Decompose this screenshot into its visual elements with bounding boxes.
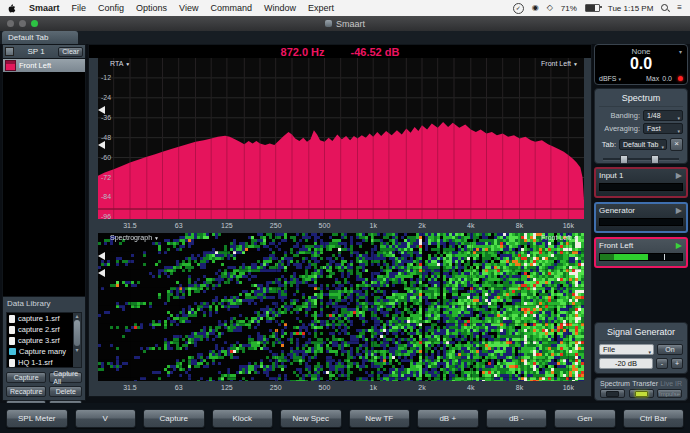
menu-item-expert[interactable]: Expert xyxy=(308,3,334,13)
spectrum-controls-box: Spectrum Banding: 1/48 ▾ Averaging: Fast… xyxy=(594,88,688,164)
tab-default-tab[interactable]: Default Tab xyxy=(2,31,78,44)
io-block-stack: Input 1 ▶ Generator ▶ Front Left ▶ xyxy=(594,167,688,260)
plot-source-selector[interactable]: Front Left ▼ xyxy=(541,60,578,67)
impulse-button[interactable]: Impulse xyxy=(657,389,682,398)
chevron-down-icon: ▾ xyxy=(661,142,664,150)
ctrl-bar-button[interactable]: Ctrl Bar xyxy=(623,409,685,428)
signal-on-icon xyxy=(635,391,648,397)
clear-button[interactable]: Clear xyxy=(58,47,83,57)
library-item-label: Capture many xyxy=(19,347,66,356)
slider-track[interactable] xyxy=(603,158,679,161)
y-axis-tick: -48 xyxy=(101,134,111,141)
capture-button[interactable]: Capture xyxy=(6,372,46,383)
level-minus-button[interactable]: - xyxy=(656,358,668,369)
threshold-marker[interactable] xyxy=(98,141,105,149)
io-label: Input 1 xyxy=(599,170,683,182)
file-icon xyxy=(9,326,15,334)
zoom-window-button[interactable] xyxy=(31,20,38,27)
menu-item-command[interactable]: Command xyxy=(210,3,252,13)
capture-button[interactable]: Capture xyxy=(143,409,205,428)
plot-mode-label: RTA xyxy=(110,60,123,67)
klock-button[interactable]: Klock xyxy=(212,409,274,428)
new-tf-button[interactable]: New TF xyxy=(349,409,411,428)
menu-item-smaart[interactable]: Smaart xyxy=(29,3,60,13)
gen-button[interactable]: Gen xyxy=(554,409,616,428)
signal-off-button[interactable] xyxy=(600,389,625,398)
threshold-marker[interactable] xyxy=(98,252,105,260)
data-library-title: Data Library xyxy=(3,297,85,311)
close-window-button[interactable] xyxy=(7,20,14,27)
file-icon xyxy=(9,315,15,323)
plot-source-selector[interactable]: Front Left ▼ xyxy=(541,234,578,241)
generator-on-button[interactable]: On xyxy=(657,344,683,355)
v-button[interactable]: V xyxy=(75,409,137,428)
x-axis-tick: 31.5 xyxy=(123,384,137,391)
capture-all-button[interactable]: Capture All xyxy=(49,372,82,383)
io-block-input1[interactable]: Input 1 ▶ xyxy=(594,167,688,198)
slider-handle-high[interactable] xyxy=(651,155,659,164)
plot-source-label: Front Left xyxy=(541,234,571,241)
spectrum-plot[interactable]: RTA ▼ Front Left ▼ -12-24-36-48-60-72-84… xyxy=(98,58,584,219)
averaging-select[interactable]: Fast ▾ xyxy=(643,123,683,134)
io-block-front-left[interactable]: Front Left ▶ xyxy=(594,237,688,268)
play-icon[interactable]: ▶ xyxy=(676,241,682,250)
plot-mode-selector[interactable]: Spectrograph ▼ xyxy=(110,234,159,241)
close-tab-button[interactable]: × xyxy=(670,138,683,151)
menu-item-view[interactable]: View xyxy=(179,3,198,13)
menu-item-file[interactable]: File xyxy=(72,3,87,13)
mode-spectrum[interactable]: Spectrum xyxy=(600,380,630,387)
status-check-icon[interactable]: ✓ xyxy=(513,3,524,14)
minimize-window-button[interactable] xyxy=(19,20,26,27)
tab-select[interactable]: Default Tab ▾ xyxy=(619,139,667,150)
spotlight-search-icon[interactable] xyxy=(661,4,669,12)
apple-menu-icon[interactable] xyxy=(8,3,17,14)
banding-value: 1/48 xyxy=(647,112,661,119)
meter-max-value: 0.0 xyxy=(662,75,672,82)
slider-handle-low[interactable] xyxy=(620,155,628,164)
meter-input-selector[interactable]: None ▾ xyxy=(595,47,687,56)
scroll-down-icon[interactable]: ▾ xyxy=(75,347,78,353)
source-item-front-left[interactable]: Front Left xyxy=(3,59,85,72)
status-record-icon[interactable]: ◉ xyxy=(532,4,539,12)
db-plus-button[interactable]: dB + xyxy=(417,409,479,428)
cursor-readout: 872.0 Hz -46.52 dB xyxy=(89,45,591,58)
scroll-up-icon[interactable]: ▴ xyxy=(75,313,78,319)
mode-transfer[interactable]: Transfer xyxy=(632,380,658,387)
file-icon xyxy=(9,337,15,345)
library-item-label: HQ 1-1.srf xyxy=(18,358,53,367)
clip-indicator[interactable] xyxy=(678,76,683,81)
db-minus-button[interactable]: dB - xyxy=(486,409,548,428)
signal-on-button[interactable] xyxy=(629,389,654,398)
library-item[interactable]: capture 3.srf xyxy=(7,335,81,346)
library-item[interactable]: capture 1.srf xyxy=(7,313,81,324)
threshold-marker[interactable] xyxy=(98,269,105,277)
library-item[interactable]: HQ 1-1.srf xyxy=(7,357,81,368)
library-item[interactable]: capture 2.srf xyxy=(7,324,81,335)
meter-unit[interactable]: dBFS xyxy=(599,75,617,82)
menu-item-options[interactable]: Options xyxy=(136,3,167,13)
spl-meter-button[interactable]: SPL Meter xyxy=(6,409,68,428)
level-plus-button[interactable]: + xyxy=(671,358,683,369)
play-icon[interactable]: ▶ xyxy=(676,171,682,180)
threshold-marker[interactable] xyxy=(98,106,105,114)
control-center-icon[interactable]: ≡ xyxy=(677,4,682,12)
menu-item-config[interactable]: Config xyxy=(98,3,124,13)
menubar-clock[interactable]: Tue 1:15 PM xyxy=(608,4,654,13)
menu-item-window[interactable]: Window xyxy=(264,3,296,13)
recapture-button[interactable]: Recapture xyxy=(6,386,46,397)
battery-icon[interactable] xyxy=(585,4,600,12)
plot-mode-selector[interactable]: RTA ▼ xyxy=(110,60,130,67)
delete-button[interactable]: Delete xyxy=(49,386,82,397)
library-scrollbar[interactable]: ▴ ▾ xyxy=(73,313,81,367)
scrollbar-thumb[interactable] xyxy=(74,320,80,346)
status-diamond-icon[interactable]: ◇ xyxy=(547,4,553,12)
new-spec-button[interactable]: New Spec xyxy=(280,409,342,428)
spectrograph-plot[interactable]: Spectrograph ▼ Front Left ▼ xyxy=(98,233,584,381)
banding-select[interactable]: 1/48 ▾ xyxy=(643,110,683,121)
io-block-generator[interactable]: Generator ▶ xyxy=(594,202,688,233)
meter-value: 0.0 xyxy=(595,56,687,72)
generator-source-select[interactable]: File ▾ xyxy=(599,344,654,355)
library-item[interactable]: Capture many xyxy=(7,346,81,357)
play-icon[interactable]: ▶ xyxy=(676,206,682,215)
tab-bar: Default Tab xyxy=(0,31,690,44)
